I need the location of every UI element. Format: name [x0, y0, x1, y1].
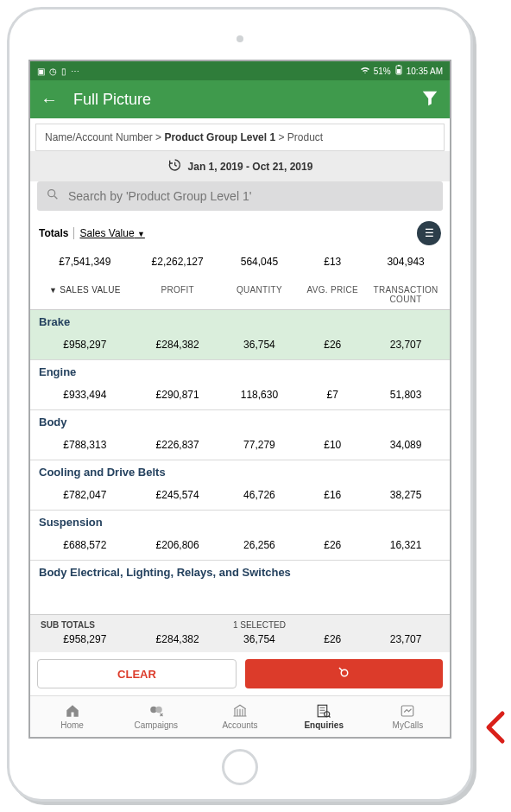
col-avg-price[interactable]: AVG. PRICE	[298, 285, 367, 304]
date-range-text: Jan 1, 2019 - Oct 21, 2019	[188, 161, 313, 173]
svg-point-7	[155, 707, 162, 714]
row-values: £782,047£245,57446,726£1638,275	[30, 480, 450, 510]
enquiries-icon	[316, 703, 331, 719]
action-button[interactable]	[245, 659, 443, 688]
col-quantity[interactable]: QUANTITY	[221, 285, 299, 304]
totals-sales-value: £7,541,349	[35, 256, 135, 268]
st-quantity: 36,754	[221, 633, 299, 645]
status-bar: ▣ ◷ ▯ ⋯ 51% 10:35 AM	[30, 61, 450, 80]
date-range-row[interactable]: Jan 1, 2019 - Oct 21, 2019	[30, 151, 450, 181]
table-row[interactable]: Cooling and Drive Belts£782,047£245,5744…	[30, 460, 450, 510]
svg-line-13	[329, 716, 331, 718]
image-icon: ▣	[37, 67, 45, 76]
totals-label: Totals	[39, 227, 74, 239]
mycalls-icon	[400, 703, 415, 719]
history-icon	[167, 158, 181, 174]
table-row[interactable]: Body£788,313£226,83777,279£1034,089	[30, 409, 450, 460]
totals-row: £7,541,349 £2,262,127 564,045 £13 304,94…	[30, 247, 450, 276]
row-label: Brake	[30, 310, 450, 330]
filter-icon[interactable]	[420, 88, 439, 111]
nav-accounts[interactable]: Accounts	[198, 696, 281, 737]
table-row[interactable]: Body Electrical, Lighting, Relays, and S…	[30, 560, 450, 580]
row-values: £933,494£290,871118,630£751,803	[30, 380, 450, 409]
row-label: Body	[30, 409, 450, 430]
row-label: Cooling and Drive Belts	[30, 460, 450, 480]
st-txn-count: 23,707	[367, 633, 445, 645]
battery-icon	[394, 65, 403, 77]
wifi-icon	[360, 66, 370, 76]
screen: ▣ ◷ ▯ ⋯ 51% 10:35 AM ← Full Picture	[28, 60, 451, 739]
row-values: £688,572£206,80626,256£2616,321	[30, 530, 450, 560]
totals-bar: Totals Sales Value ▼ ☰	[30, 216, 450, 247]
st-avg-price: £26	[298, 633, 367, 645]
totals-quantity: 564,045	[221, 256, 299, 268]
data-list: Brake£958,297£284,38236,754£2623,707Engi…	[30, 310, 450, 614]
totals-metric-select[interactable]: Sales Value ▼	[79, 227, 144, 239]
subtotals-selected: 1 SELECTED	[221, 620, 299, 630]
subtotals-label: SUB TOTALS	[35, 620, 135, 630]
row-label: Engine	[30, 359, 450, 380]
table-row[interactable]: Brake£958,297£284,38236,754£2623,707	[30, 310, 450, 359]
accounts-icon	[232, 703, 248, 719]
nav-enquiries[interactable]: Enquiries	[282, 696, 366, 737]
col-sales-value[interactable]: ▼ SALES VALUE	[35, 285, 135, 304]
breadcrumb-b: Product Group Level 1	[164, 131, 275, 143]
menu-button[interactable]: ☰	[417, 221, 441, 245]
table-row[interactable]: Engine£933,494£290,871118,630£751,803	[30, 359, 450, 409]
search-icon	[46, 187, 60, 205]
home-icon	[65, 703, 80, 719]
totals-txn-count: 304,943	[367, 256, 445, 268]
search-box[interactable]	[37, 181, 443, 211]
bottom-nav: Home Campaigns Accounts Enquiries	[30, 695, 450, 737]
camera-dot	[237, 35, 243, 42]
column-headers: ▼ SALES VALUE PROFIT QUANTITY AVG. PRICE…	[30, 276, 450, 310]
svg-rect-2	[398, 65, 400, 67]
hamburger-icon: ☰	[425, 228, 434, 238]
svg-rect-1	[397, 69, 401, 73]
back-arrow-icon[interactable]: ←	[41, 90, 58, 110]
clock-icon: ◷	[49, 67, 57, 76]
app-header: ← Full Picture	[30, 80, 450, 118]
col-txn-count[interactable]: TRANSACTION COUNT	[367, 285, 445, 304]
table-row[interactable]: Suspension£688,572£206,80626,256£2616,32…	[30, 510, 450, 560]
row-label: Body Electrical, Lighting, Relays, and S…	[30, 560, 450, 580]
nav-mycalls[interactable]: MyCalls	[366, 696, 450, 737]
st-profit: £284,382	[135, 633, 221, 645]
target-icon	[337, 665, 352, 683]
svg-rect-8	[318, 705, 327, 717]
breadcrumb-c: Product	[287, 131, 323, 143]
tablet-frame: ▣ ◷ ▯ ⋯ 51% 10:35 AM ← Full Picture	[7, 7, 473, 802]
status-time: 10:35 AM	[407, 67, 443, 76]
totals-avg-price: £13	[298, 256, 367, 268]
search-input[interactable]	[68, 189, 434, 203]
clear-button[interactable]: CLEAR	[37, 659, 237, 688]
battery-pct: 51%	[374, 67, 391, 76]
sort-desc-icon: ▼	[49, 286, 57, 295]
campaigns-icon	[148, 703, 165, 719]
col-profit[interactable]: PROFIT	[135, 285, 221, 304]
nav-campaigns[interactable]: Campaigns	[114, 696, 198, 737]
bag-icon: ▯	[61, 67, 66, 76]
more-icon: ⋯	[71, 67, 79, 76]
subtotals-bar: SUB TOTALS 1 SELECTED £958,297 £284,382 …	[30, 614, 450, 652]
st-sales-value: £958,297	[35, 633, 135, 645]
row-label: Suspension	[30, 510, 450, 530]
row-values: £788,313£226,83777,279£1034,089	[30, 430, 450, 460]
page-title: Full Picture	[73, 91, 151, 109]
row-values: £958,297£284,38236,754£2623,707	[30, 330, 450, 359]
totals-profit: £2,262,127	[135, 256, 221, 268]
breadcrumb-a: Name/Account Number	[45, 131, 153, 143]
breadcrumb[interactable]: Name/Account Number > Product Group Leve…	[35, 124, 445, 151]
svg-point-3	[48, 190, 55, 197]
annotation-chevron-left-icon	[483, 710, 506, 748]
chevron-down-icon: ▼	[137, 230, 145, 238]
home-button[interactable]	[222, 749, 258, 785]
nav-home[interactable]: Home	[30, 696, 114, 737]
svg-line-4	[54, 196, 57, 199]
action-row: CLEAR	[30, 652, 450, 695]
